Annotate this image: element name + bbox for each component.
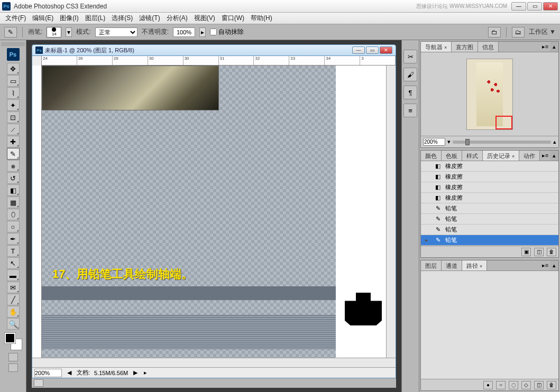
close-button[interactable]: ✕ [543,2,558,11]
paths-list[interactable] [421,271,558,379]
stroke-path-icon[interactable]: ○ [496,381,506,389]
eraser-tool[interactable]: ◧ [7,184,20,196]
opacity-dropdown-icon[interactable]: ▸ [199,27,206,37]
history-source-indicator[interactable]: ▸ [423,237,430,244]
history-item[interactable]: ◧橡皮擦 [421,182,558,193]
canvas[interactable]: 17、用铅笔工具绘制轴端。 [42,66,386,358]
path-to-selection-icon[interactable]: ◌ [509,381,518,389]
tab-swatches[interactable]: 色板 [442,151,462,161]
zoom-tool[interactable]: 🔍 [7,318,20,330]
tab-navigator[interactable]: 导航器× [421,42,452,52]
ruler-vertical[interactable] [32,66,42,358]
panel-menu-icon[interactable]: ▸≡ [540,42,550,52]
tab-history[interactable]: 历史记录× [483,151,519,161]
marquee-tool[interactable]: ▭ [7,75,20,87]
move-tool[interactable]: ✥ [7,63,20,74]
foreground-color[interactable] [5,333,15,343]
history-new-icon[interactable]: ◫ [534,248,544,256]
history-item[interactable]: ◧橡皮擦 [421,172,558,182]
document-titlebar[interactable]: Ps 未标题-1 @ 200% (图层 1, RGB/8) — ▭ ✕ [32,44,396,56]
tab-styles[interactable]: 样式 [462,151,483,161]
ruler-horizontal[interactable]: 24 26 28 30 30 31 32 33 34 3 [32,56,396,66]
history-panel-menu-icon[interactable]: ▸≡ [540,151,550,161]
gradient-tool[interactable]: ▦ [7,197,20,208]
pencil-tool-preset-icon[interactable]: ✎ [4,27,17,38]
menu-image[interactable]: 图像(I) [57,13,81,24]
navigator-viewport[interactable] [495,116,512,129]
zoom-out-icon[interactable]: ▾ [447,138,451,145]
quickmask-button[interactable] [8,353,18,361]
eyedropper-tool[interactable]: ╱ [7,294,20,305]
lasso-tool[interactable]: ⌇ [7,87,20,99]
screenmode-button[interactable] [8,363,18,372]
tab-layers[interactable]: 图层 [421,260,442,270]
minimize-button[interactable]: — [511,2,526,11]
blur-tool[interactable]: ⬯ [7,209,20,220]
brush-dropdown-icon[interactable]: ▾ [66,27,72,37]
navigator-zoom-field[interactable] [423,138,445,146]
tab-channels[interactable]: 通道 [442,260,462,270]
history-snapshot-icon[interactable]: ▣ [521,248,531,256]
menu-window[interactable]: 窗口(W) [218,13,247,24]
auto-erase-checkbox[interactable]: 自动抹除 [210,27,244,36]
navigator-preview[interactable] [421,52,558,136]
status-prev-icon[interactable]: ◀ [66,369,72,376]
color-swatches[interactable] [5,333,22,350]
menu-edit[interactable]: 编辑(E) [29,13,57,24]
status-next-icon[interactable]: ▶ [132,369,139,376]
history-brush-tool[interactable]: ↺ [7,172,20,184]
paths-collapse-icon[interactable]: ▴ [550,260,558,270]
delete-path-icon[interactable]: 🗑 [547,381,556,389]
new-path-icon[interactable]: ◫ [534,381,544,389]
brush-preview[interactable]: 14 [47,27,61,38]
dodge-tool[interactable]: ○ [7,221,20,232]
menu-view[interactable]: 视图(V) [191,13,218,24]
scrollbar-horizontal[interactable] [32,358,396,367]
pencil-tool[interactable]: ✎ [7,148,20,160]
workspace-menu[interactable]: 工作区 ▼ [529,27,556,36]
crop-tool[interactable]: ⊡ [7,111,20,123]
history-item[interactable]: ▸✎铅笔 [421,235,558,246]
fill-path-icon[interactable]: ● [483,381,493,389]
tab-color[interactable]: 颜色 [421,151,442,161]
zoom-in-icon[interactable]: ▴ [553,138,556,145]
zoom-field[interactable] [34,369,62,377]
menu-analysis[interactable]: 分析(A) [163,13,191,24]
history-collapse-icon[interactable]: ▴ [550,151,558,161]
file-browser-icon[interactable]: 🗀 [488,27,501,38]
history-delete-icon[interactable]: 🗑 [547,248,556,256]
mode-select[interactable]: 正常 [95,27,137,37]
wand-tool[interactable]: ✦ [7,99,20,111]
shape-tool[interactable]: ▬ [7,269,20,281]
dock-tools-icon[interactable]: ✂ [403,50,417,63]
palette-well-icon[interactable]: 🗂 [512,27,525,38]
paths-panel-menu-icon[interactable]: ▸≡ [540,260,550,270]
history-item[interactable]: ✎铅笔 [421,214,558,225]
tab-actions[interactable]: 动作 [519,151,540,161]
dock-character-icon[interactable]: ¶ [403,86,417,99]
menu-help[interactable]: 帮助(H) [247,13,276,24]
menu-file[interactable]: 文件(F) [2,13,29,24]
scrollbar-vertical[interactable] [386,66,396,358]
opacity-field[interactable] [173,27,195,37]
menu-layer[interactable]: 图层(L) [82,13,109,24]
dock-brushes-icon[interactable]: 🖌 [403,68,417,81]
navigator-zoom-slider[interactable] [453,141,551,144]
history-item[interactable]: ◧橡皮擦 [421,161,558,172]
path-select-tool[interactable]: ↖ [7,257,20,269]
ruler-origin[interactable] [32,56,42,66]
tab-paths[interactable]: 路径× [462,260,487,270]
slice-tool[interactable]: ⟋ [7,124,20,135]
pen-tool[interactable]: ✒ [7,233,20,245]
auto-erase-input[interactable] [210,29,217,35]
hand-tool[interactable]: ✋ [7,306,20,318]
history-item[interactable]: ◧橡皮擦 [421,193,558,203]
doc-minimize-button[interactable]: — [352,46,365,54]
history-item[interactable]: ✎铅笔 [421,203,558,214]
notes-tool[interactable]: ✉ [7,282,20,293]
toolbox-gripper[interactable] [1,42,25,46]
heal-tool[interactable]: ✚ [7,136,20,147]
history-item[interactable]: ✎铅笔 [421,225,558,235]
dock-layers-icon[interactable]: ≡ [403,104,417,117]
doc-tab[interactable] [34,379,43,387]
